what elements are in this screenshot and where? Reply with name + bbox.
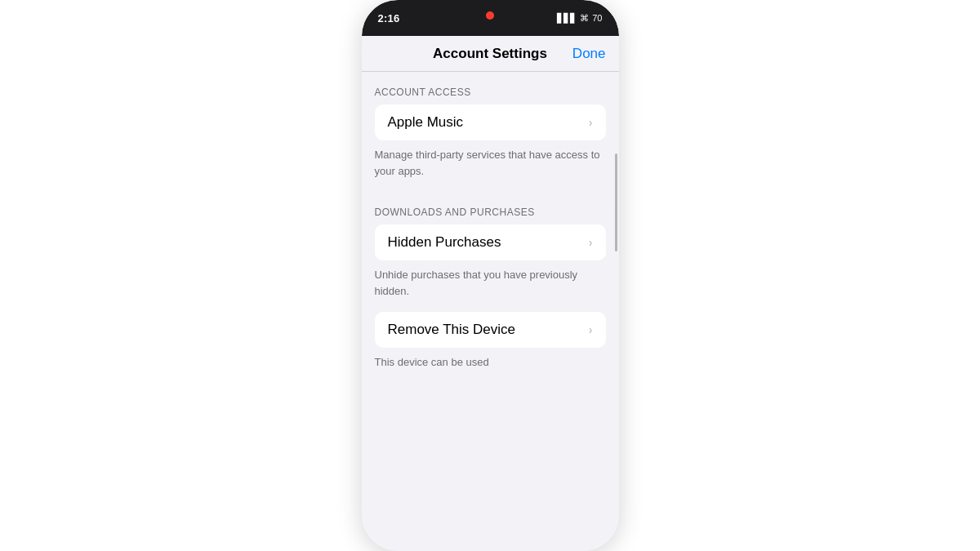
- nav-bar: Account Settings Done: [362, 36, 619, 72]
- account-access-list: Apple Music ›: [375, 104, 606, 140]
- status-notch: [453, 7, 527, 24]
- hidden-purchases-item[interactable]: Hidden Purchases ›: [375, 224, 606, 260]
- remove-device-item[interactable]: Remove This Device ›: [375, 312, 606, 348]
- section-header-account-access: ACCOUNT ACCESS: [362, 72, 619, 104]
- signal-icon: ▋▋▋: [557, 13, 577, 24]
- account-access-description: Manage third-party services that have ac…: [362, 140, 619, 192]
- downloads-list: Hidden Purchases ›: [375, 224, 606, 260]
- apple-music-item[interactable]: Apple Music ›: [375, 104, 606, 140]
- scroll-indicator: [615, 153, 617, 251]
- remove-device-label: Remove This Device: [388, 322, 516, 338]
- recording-indicator: [486, 11, 494, 20]
- apple-music-label: Apple Music: [388, 114, 464, 131]
- status-time: 2:16: [378, 12, 400, 24]
- hidden-purchases-chevron: ›: [589, 236, 593, 249]
- scroll-content: ACCOUNT ACCESS Apple Music › Manage thir…: [362, 72, 619, 551]
- done-button[interactable]: Done: [572, 46, 606, 62]
- device-list: Remove This Device ›: [375, 312, 606, 348]
- nav-title: Account Settings: [433, 46, 547, 62]
- status-bar: 2:16 ▋▋▋ ⌘ 70: [362, 0, 619, 36]
- device-description: This device can be used: [362, 348, 619, 384]
- hidden-purchases-label: Hidden Purchases: [388, 234, 501, 251]
- phone-container: 2:16 ▋▋▋ ⌘ 70 Account Settings Done ACCO…: [362, 0, 619, 551]
- page-wrapper: 2:16 ▋▋▋ ⌘ 70 Account Settings Done ACCO…: [0, 0, 980, 551]
- section-header-downloads: DOWNLOADS AND PURCHASES: [362, 192, 619, 224]
- battery-icon: 70: [592, 13, 602, 23]
- wifi-icon: ⌘: [580, 13, 589, 24]
- downloads-section: DOWNLOADS AND PURCHASES Hidden Purchases…: [362, 192, 619, 312]
- apple-music-chevron: ›: [589, 116, 593, 129]
- status-icons: ▋▋▋ ⌘ 70: [557, 13, 602, 24]
- downloads-description: Unhide purchases that you have previousl…: [362, 260, 619, 312]
- remove-device-chevron: ›: [589, 323, 593, 336]
